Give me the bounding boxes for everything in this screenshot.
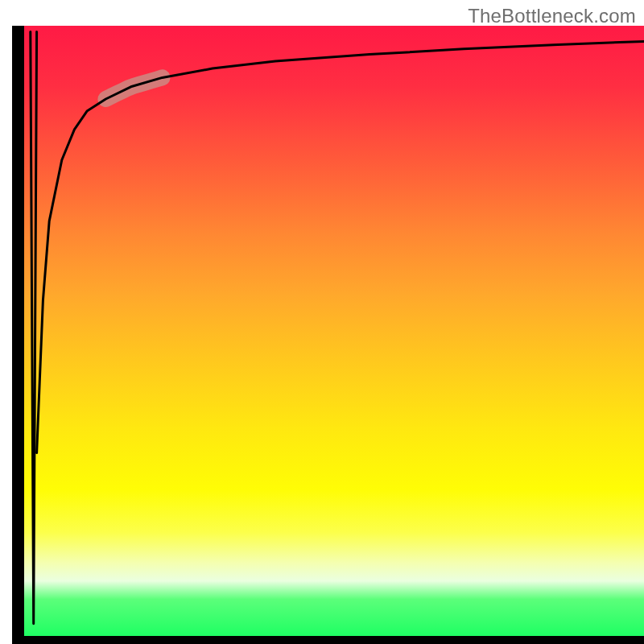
bottleneck-gradient-background	[24, 26, 644, 636]
attribution-watermark: TheBottleneck.com	[468, 5, 636, 27]
chart-stage: TheBottleneck.com	[0, 0, 644, 644]
plot-area	[12, 26, 644, 644]
